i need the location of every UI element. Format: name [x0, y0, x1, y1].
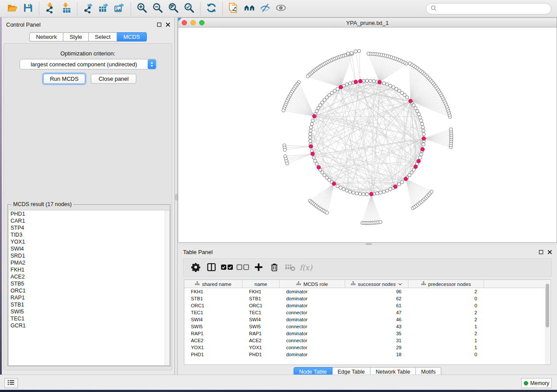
memory-button[interactable]: Memory	[521, 378, 552, 388]
vertical-splitter[interactable]	[175, 17, 178, 375]
cell-successor-nodes: 61	[345, 302, 408, 309]
column-header-name[interactable]: name	[242, 280, 280, 288]
hide-graphics-details-button[interactable]	[258, 2, 273, 16]
first-neighbors-button[interactable]	[242, 2, 257, 16]
export-network-button[interactable]	[81, 2, 96, 16]
close-panel-icon[interactable]	[547, 249, 553, 255]
table-row[interactable]: STB1STB1dominator620	[184, 295, 545, 302]
search-field[interactable]	[426, 3, 551, 14]
table-toolbar: f(x)	[183, 258, 552, 277]
cell-predecessor-nodes: 0	[408, 295, 484, 302]
network-titlebar[interactable]: YPA_prune.txt_1	[178, 18, 557, 28]
float-panel-icon[interactable]	[156, 21, 162, 28]
column-settings-button[interactable]	[188, 261, 204, 275]
tab-select[interactable]: Select	[89, 32, 117, 41]
float-panel-icon[interactable]	[538, 249, 544, 255]
mcds-result-list[interactable]: PHD1CAR1STP4TID3YOX1SWI4SRD1PMA2FKH1ACE2…	[8, 210, 170, 366]
result-node[interactable]: FKH1	[9, 266, 170, 273]
tab-mcds[interactable]: MCDS	[117, 32, 146, 41]
export-image-button[interactable]	[112, 2, 127, 16]
result-node[interactable]: YOX1	[9, 238, 170, 245]
result-node[interactable]: CAR1	[9, 217, 170, 224]
table-row[interactable]: ORC1ORC1dominator610	[184, 302, 545, 309]
table-row[interactable]: FKH1FKH1dominator962	[184, 288, 545, 295]
table-panel: Table Panel f(x) shared namenameMCDS rol…	[178, 245, 557, 375]
result-node[interactable]: PMA2	[9, 259, 170, 266]
copy-network-icon	[228, 2, 239, 15]
result-node[interactable]: RAP1	[9, 294, 170, 301]
zoom-fit-button[interactable]	[166, 2, 181, 16]
add-column-button[interactable]	[251, 261, 266, 275]
table-row[interactable]: TEC1TEC1connector472	[184, 309, 545, 316]
result-node[interactable]: SRD1	[9, 252, 170, 259]
cell-predecessor-nodes: 2	[408, 288, 484, 295]
column-header-mcds-role[interactable]: MCDS role	[280, 280, 345, 288]
toolbar-separator	[77, 2, 77, 15]
result-node[interactable]: ACE2	[9, 273, 170, 280]
column-header-shared-name[interactable]: shared name	[184, 280, 242, 288]
zoom-selected-button[interactable]	[182, 2, 197, 16]
export-table-button[interactable]	[97, 2, 111, 16]
node-table[interactable]: shared namenameMCDS rolesuccessor nodesp…	[184, 279, 551, 365]
export-network-icon	[83, 2, 94, 15]
open-session-button[interactable]	[5, 2, 20, 16]
apply-preferred-layout-button[interactable]	[204, 2, 219, 16]
splitter-grip[interactable]	[175, 194, 177, 200]
result-node[interactable]: SWI4	[9, 245, 170, 252]
result-node[interactable]: SWI5	[9, 308, 170, 315]
column-label: shared name	[202, 282, 231, 287]
cell-shared-name: SWI5	[184, 323, 242, 330]
cell-predecessor-nodes: 0	[408, 302, 484, 309]
duplicate-network-button[interactable]	[226, 2, 241, 16]
tab-network[interactable]: Network	[29, 32, 63, 41]
scrollbar-thumb[interactable]	[546, 284, 549, 327]
table-scrollbar[interactable]	[545, 280, 550, 364]
import-network-button[interactable]	[43, 2, 58, 16]
cell-mcds-role: dominator	[280, 295, 345, 302]
result-node[interactable]: TID3	[9, 231, 170, 238]
table-row[interactable]: SWI4SWI4dominator462	[184, 316, 545, 323]
show-columns-button[interactable]	[204, 261, 219, 275]
zoom-in-button[interactable]	[135, 2, 149, 16]
list-icon	[7, 379, 15, 387]
result-node[interactable]: TEC1	[9, 315, 170, 322]
result-list-scrollbar[interactable]	[165, 210, 170, 365]
result-node[interactable]: PHD1	[9, 210, 170, 217]
table-row[interactable]: PHD1PHD1dominator180	[184, 351, 545, 358]
cell-successor-nodes: 46	[345, 316, 408, 323]
close-panel-icon[interactable]	[165, 21, 171, 28]
network-canvas[interactable]	[178, 28, 557, 242]
result-node[interactable]: ORC1	[9, 287, 170, 294]
mcds-result-group: MCDS result (17 nodes) PHD1CAR1STP4TID3Y…	[7, 204, 170, 366]
task-history-button[interactable]	[4, 378, 18, 388]
tab-style[interactable]: Style	[63, 32, 89, 41]
table-row[interactable]: ACE2ACE2connector311	[184, 337, 545, 344]
close-panel-button[interactable]: Close panel	[91, 74, 136, 84]
deselect-all-rows-button[interactable]	[235, 261, 251, 275]
cell-name: SWI5	[242, 323, 280, 330]
criterion-dropdown[interactable]: largest connected component (undirected)	[20, 59, 157, 69]
search-input[interactable]	[437, 4, 551, 14]
control-panel-title: Control Panel	[6, 21, 41, 28]
cell-mcds-role: connector	[280, 337, 345, 344]
result-node[interactable]: STB1	[9, 301, 170, 308]
folder-open-icon	[7, 2, 18, 15]
zoom-out-button[interactable]	[150, 2, 165, 16]
table-row[interactable]: SWI5SWI5connector431	[184, 323, 545, 330]
show-graphics-details-button[interactable]	[273, 2, 288, 16]
optimization-criterion-label: Optimization criterion:	[4, 50, 172, 57]
delete-column-button[interactable]	[266, 261, 282, 275]
result-node[interactable]: STB5	[9, 280, 170, 287]
desktop-wallpaper-bottom	[0, 390, 557, 392]
table-row[interactable]: YOX1YOX1connector291	[184, 344, 545, 351]
result-node[interactable]: STP4	[9, 224, 170, 231]
save-session-button[interactable]	[21, 2, 35, 16]
run-mcds-button[interactable]: Run MCDS	[43, 74, 85, 84]
column-header-successor-nodes[interactable]: successor nodes	[345, 280, 408, 288]
column-header-predecessor-nodes[interactable]: predecessor nodes	[408, 280, 484, 288]
result-node[interactable]: GCR1	[9, 322, 170, 329]
select-all-rows-button[interactable]	[219, 261, 235, 275]
import-table-button[interactable]	[59, 2, 73, 16]
table-row[interactable]: RAP1RAP1dominator352	[184, 330, 545, 337]
splitter-grip[interactable]	[366, 243, 372, 245]
